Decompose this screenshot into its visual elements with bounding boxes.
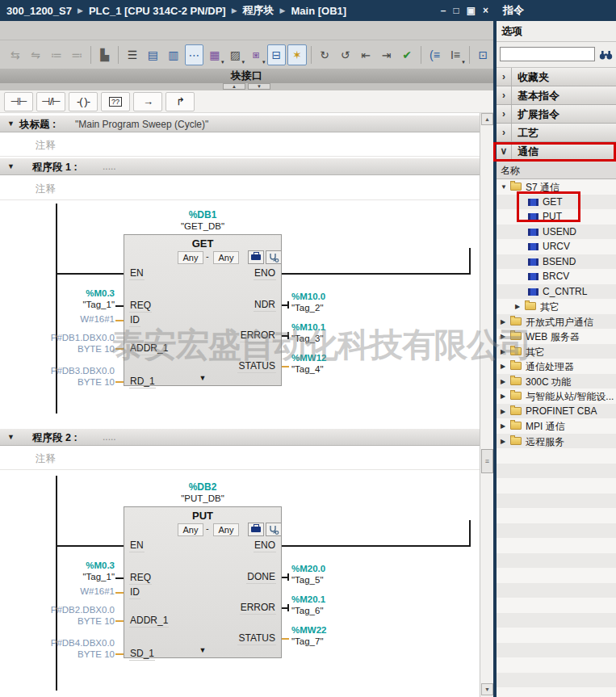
monitoring-options-icon-dropdown[interactable]: ▾ bbox=[462, 59, 465, 65]
operand-error-line2[interactable]: "Tag_3" bbox=[291, 334, 404, 343]
scroll-thumb[interactable]: ≡ bbox=[481, 449, 493, 473]
consistency-check-icon[interactable]: ✔ bbox=[397, 44, 416, 65]
tree-item-usend[interactable]: USEND bbox=[497, 225, 616, 240]
block-expand-icon[interactable]: ▼ bbox=[124, 374, 281, 382]
tree-item-others-s7[interactable]: ▶其它 bbox=[497, 299, 616, 314]
tree-item-web-server[interactable]: ▶WEB 服务器 bbox=[497, 329, 616, 344]
db-instance-operand[interactable]: %DB1 bbox=[124, 209, 282, 220]
operand-error-line1[interactable]: %M10.1 bbox=[291, 322, 404, 332]
type-select-left[interactable]: Any bbox=[178, 251, 203, 264]
operand-done-line1[interactable]: %M20.0 bbox=[291, 564, 404, 573]
search-input[interactable] bbox=[500, 47, 595, 61]
binoculars-icon[interactable] bbox=[599, 48, 613, 63]
tree-item-i-slave-i-device[interactable]: ▶与智能从站/智能设... bbox=[497, 388, 616, 404]
options-row[interactable]: 选项 bbox=[497, 21, 616, 42]
pin-error-output[interactable]: ERROR bbox=[240, 330, 276, 342]
network-title-placeholder[interactable]: ..... bbox=[103, 161, 116, 172]
tree-item-300c-functions[interactable]: ▶300C 功能 bbox=[497, 374, 616, 389]
close-button[interactable]: × bbox=[483, 5, 488, 16]
operand-status-line2[interactable]: "Tag_4" bbox=[291, 364, 404, 374]
swap-tags-icon[interactable]: ⇆ bbox=[6, 44, 24, 65]
splitter-expand-button[interactable]: ▲ bbox=[223, 83, 245, 90]
absolute-operands-icon[interactable]: ▤ bbox=[144, 44, 162, 65]
operand-addr_1-line1[interactable]: P#DB1.DBX0.0 bbox=[23, 333, 115, 342]
operand-addr_1-line2[interactable]: BYTE 10 bbox=[23, 616, 115, 626]
tree-collapsed-icon[interactable]: ▶ bbox=[501, 378, 505, 385]
tree-item-bsend[interactable]: BSEND bbox=[497, 254, 616, 270]
tree-item-get[interactable]: GET bbox=[497, 195, 616, 210]
tree-collapsed-icon[interactable]: ▶ bbox=[501, 318, 505, 325]
type-select-right[interactable]: Any bbox=[213, 523, 239, 536]
db-instance-operand[interactable]: %DB2 bbox=[124, 481, 282, 493]
operand-id-line1[interactable]: W#16#1 bbox=[23, 314, 115, 324]
clear-tags-icon[interactable]: ⇋ bbox=[26, 44, 44, 65]
pin-req-input[interactable]: REQ bbox=[129, 300, 152, 313]
float-button[interactable]: □ bbox=[453, 5, 459, 16]
breadcrumb-main-ob1[interactable]: Main [OB1] bbox=[291, 5, 347, 17]
minimize-button[interactable]: – bbox=[441, 5, 446, 16]
snapshot-icon[interactable]: ▙ bbox=[95, 44, 114, 65]
block-comment[interactable]: 注释 bbox=[0, 136, 480, 157]
favorites-icon[interactable]: ✶ bbox=[287, 44, 306, 65]
operand-sd_1-line1[interactable]: P#DB4.DBX0.0 bbox=[23, 638, 115, 648]
convert-box-icon-dropdown[interactable]: ▾ bbox=[262, 59, 266, 65]
box-instruction-icon[interactable]: ▦▾ bbox=[205, 44, 224, 65]
tree-item-open-user-communication[interactable]: ▶开放式用户通信 bbox=[497, 314, 616, 330]
close-branch-icon[interactable]: ↱ bbox=[166, 92, 195, 111]
toolbox-icon[interactable] bbox=[248, 523, 264, 536]
pin-addr_1-input[interactable]: ADDR_1 bbox=[129, 342, 169, 355]
symbolic-operands-icon[interactable]: ▥ bbox=[164, 44, 182, 65]
tree-item-others[interactable]: ▶其它 bbox=[497, 344, 616, 359]
operand-req-line1[interactable]: %M0.3 bbox=[23, 561, 115, 570]
editor-scrollbar[interactable]: ▲ ≡ ▼ bbox=[480, 113, 493, 697]
operand-addr_1-line2[interactable]: BYTE 10 bbox=[23, 344, 115, 354]
goto-previous-error-icon[interactable]: ↺ bbox=[336, 44, 354, 65]
tree-collapsed-icon[interactable]: ▶ bbox=[501, 422, 505, 430]
db-instance-name[interactable]: "GET_DB" bbox=[124, 221, 282, 231]
pin-error-output[interactable]: ERROR bbox=[240, 602, 276, 615]
section-communication[interactable]: ∨通信 bbox=[497, 142, 616, 161]
tree-item-urcv[interactable]: URCV bbox=[497, 239, 616, 254]
section-favorites[interactable]: ›收藏夹 bbox=[497, 68, 616, 86]
section-extended-instructions[interactable]: ›扩展指令 bbox=[497, 105, 616, 124]
chevron-right-icon[interactable]: › bbox=[497, 86, 512, 104]
tree-collapsed-icon[interactable]: ▶ bbox=[515, 303, 520, 310]
operand-id-line1[interactable]: W#16#1 bbox=[23, 586, 115, 596]
operand-req-line2[interactable]: "Tag_1" bbox=[23, 572, 115, 582]
collapse-triangle-icon[interactable]: ▼ bbox=[7, 120, 15, 128]
tree-collapsed-icon[interactable]: ▶ bbox=[501, 393, 505, 400]
block-title-bar[interactable]: ▼ 块标题 : "Main Program Sweep (Cycle)" bbox=[0, 115, 480, 132]
function-block-put[interactable]: PUTAny-AnyENENOREQIDADDR_1SD_1DONEERRORS… bbox=[124, 506, 282, 658]
network-comment[interactable]: 注释 bbox=[0, 449, 480, 470]
operand-ndr-line1[interactable]: %M10.0 bbox=[291, 292, 404, 301]
operand-ndr-line2[interactable]: "Tag_2" bbox=[291, 303, 404, 313]
chevron-down-icon[interactable]: ∨ bbox=[497, 142, 512, 160]
collapse-triangle-icon[interactable]: ▼ bbox=[7, 162, 15, 170]
insert-row-after-icon[interactable]: ≕ bbox=[67, 44, 86, 65]
pin-ndr-output[interactable]: NDR bbox=[254, 299, 276, 312]
operand-rd_1-line1[interactable]: P#DB3.DBX0.0 bbox=[23, 366, 115, 376]
breadcrumb-program-blocks[interactable]: 程序块 bbox=[243, 3, 274, 18]
contact-nc-icon[interactable]: ⊣/⊢ bbox=[36, 92, 65, 111]
open-branch-icon[interactable]: → bbox=[133, 92, 162, 111]
goto-next-error-icon[interactable]: ↻ bbox=[315, 44, 333, 65]
scroll-down-button[interactable]: ▼ bbox=[481, 683, 493, 695]
tree-collapsed-icon[interactable]: ▶ bbox=[501, 408, 505, 415]
monitoring-options-icon[interactable]: I≡▾ bbox=[446, 44, 464, 65]
coil-icon[interactable]: -( )- bbox=[69, 92, 98, 111]
start-measurement-icon[interactable] bbox=[266, 250, 282, 264]
network-title-placeholder[interactable]: ..... bbox=[103, 431, 116, 443]
section-basic-instructions[interactable]: ›基本指令 bbox=[497, 86, 616, 105]
chevron-right-icon[interactable]: › bbox=[497, 124, 512, 141]
block-interface-header[interactable]: 块接口 bbox=[0, 69, 493, 83]
network-comments-icon[interactable]: ⋯ bbox=[185, 44, 203, 65]
breadcrumb-plc[interactable]: PLC_1 [CPU 314C-2 PN/DP] bbox=[89, 5, 226, 17]
toolbox-icon[interactable] bbox=[248, 250, 264, 264]
block-expand-icon[interactable]: ▼ bbox=[124, 646, 281, 654]
operand-sd_1-line2[interactable]: BYTE 10 bbox=[23, 649, 115, 659]
convert-box-icon[interactable]: ⧆▾ bbox=[246, 44, 265, 65]
section-technology[interactable]: ›工艺 bbox=[497, 124, 616, 142]
tree-item-remote-service[interactable]: ▶远程服务 bbox=[497, 434, 616, 449]
breadcrumb-project[interactable]: 300_1200_S7 bbox=[6, 5, 72, 17]
operand-status-line1[interactable]: %MW22 bbox=[291, 625, 404, 635]
